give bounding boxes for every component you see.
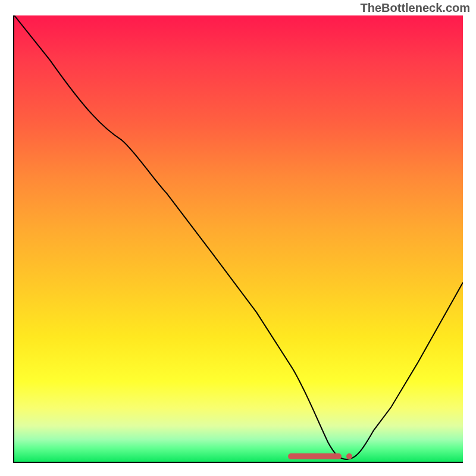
bottleneck-curve-path [14, 15, 463, 459]
optimal-range-marker [288, 453, 342, 459]
chart-plot-area [13, 15, 463, 463]
optimal-range-marker-dot [346, 453, 352, 459]
chart-curve-svg [14, 15, 463, 462]
watermark-text: TheBottleneck.com [361, 1, 470, 15]
